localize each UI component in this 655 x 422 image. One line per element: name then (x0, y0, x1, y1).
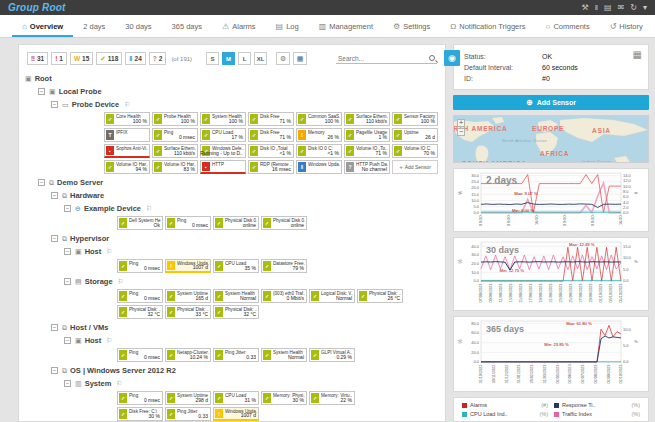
paused-count[interactable]: ‖24 (125, 52, 145, 65)
collapse-panel-button[interactable]: ◉ (444, 50, 460, 66)
sensor-tile[interactable]: ✓Datastore Free..79 % (261, 259, 307, 273)
wrench-icon[interactable]: ⚒ (582, 0, 589, 15)
graph-card-30days[interactable]: 0.010.020.030.040.00.05.010.015.0%#07/09… (453, 237, 649, 311)
expander-icon[interactable]: − (64, 337, 71, 344)
node-label[interactable]: Host (85, 247, 102, 256)
flag-icon[interactable]: ⚐ (146, 205, 152, 213)
expander-icon[interactable]: − (38, 179, 45, 186)
sensor-tile[interactable]: ▪HTTP (200, 160, 246, 174)
sensor-tile[interactable]: !Memory26 % (296, 128, 342, 142)
search-icon[interactable] (429, 55, 435, 61)
flag-icon[interactable]: ⚐ (106, 337, 112, 345)
tab-overview[interactable]: ⌂Overview (12, 15, 73, 37)
node-label[interactable]: Demo Server (57, 178, 103, 187)
flag-icon[interactable]: ⚐ (118, 278, 124, 286)
qr-code-icon[interactable]: ▦ (633, 50, 642, 60)
sensor-tile[interactable]: ✓System HealthNormal (213, 289, 259, 303)
tab-management[interactable]: ▥Management (309, 15, 383, 37)
sensor-tile[interactable]: ✓Windows Defe..Running - Up to D.. (200, 144, 246, 158)
sensor-tile[interactable]: ✓Ping0 msec (165, 216, 211, 230)
sensor-tile[interactable]: ✓Ping0 msec (117, 259, 163, 273)
sensor-tile[interactable]: ✓RDP (Remote ..16 msec (248, 160, 294, 174)
unknown-count[interactable]: ?2 (149, 52, 167, 65)
sensor-tile[interactable]: ✓CPU Load35 % (213, 259, 259, 273)
sensor-tile[interactable]: ?HTTP Push Da..No channel (344, 160, 390, 174)
sensor-tile[interactable]: ✓Disk IO 0 C:<1 % (296, 144, 342, 158)
sensor-tile[interactable]: ✓System Uptime298 d (165, 391, 211, 405)
report-icon[interactable]: ▤ (604, 0, 612, 15)
tab-2days[interactable]: 2 days (73, 15, 115, 37)
sensor-tile[interactable]: ✓Disk Free: C:\30 % (117, 407, 163, 421)
tab-365days[interactable]: 365 days (162, 15, 212, 37)
down-count[interactable]: ‼31 (27, 52, 48, 65)
sensor-tile[interactable]: ✓Ping0 msec (117, 289, 163, 303)
node-label[interactable]: Host / VMs (70, 323, 108, 332)
node-label[interactable]: Root (35, 74, 52, 83)
map-zoom-out-button[interactable]: − (457, 128, 465, 136)
sensor-tile[interactable]: ✓Disk Free71 % (248, 112, 294, 126)
expander-icon[interactable]: − (51, 235, 58, 242)
sensor-tile[interactable]: ✓CPU Load17 % (200, 128, 246, 142)
sensor-tile[interactable]: ✓Physical Disk: ..26 °C (357, 289, 403, 303)
tab-alarms[interactable]: ⚠Alarms (212, 15, 266, 37)
expander-icon[interactable]: − (51, 324, 58, 331)
sensor-tile[interactable]: ✓Ping0 msec (117, 348, 163, 362)
sensor-tile[interactable]: !Windows Upda..1007 d (165, 259, 211, 273)
node-label[interactable]: Host (85, 336, 102, 345)
flag-icon[interactable]: ⚐ (116, 380, 122, 388)
sensor-tile[interactable]: ✓Ping Jitter0.33 (165, 407, 211, 421)
tiles-view-icon[interactable]: ▦ (293, 52, 307, 65)
graph-card-2days[interactable]: 0.05.010.015.020.025.030.00.02.04.06.08.… (453, 168, 649, 232)
down-ack-count[interactable]: !1 (51, 52, 67, 65)
node-label[interactable]: Local Probe (59, 87, 102, 96)
sensor-tile[interactable]: ✓Netapp-Cluster..10.24 % (165, 348, 211, 362)
sensor-tile[interactable]: ✓Core Health100 % (104, 112, 150, 126)
tab-settings[interactable]: ⚙Settings (383, 15, 440, 37)
sensor-tile[interactable]: ✓Physical Disk: ..33 °C (165, 305, 211, 319)
sensor-tile[interactable]: ✓Disk Free71 % (248, 128, 294, 142)
search-input[interactable] (338, 55, 426, 62)
sensor-tile[interactable]: ✓System HealthNormal (261, 348, 307, 362)
node-label[interactable]: Storage (85, 277, 113, 286)
sensor-tile[interactable]: ✓Dell System He..Ok (117, 216, 163, 230)
sensor-tile[interactable]: TIPFIX (104, 128, 150, 142)
size-button-l[interactable]: L (238, 52, 251, 65)
node-label[interactable]: Hypervisor (70, 234, 109, 243)
refresh-icon[interactable]: ↻ (630, 0, 637, 15)
tab-30days[interactable]: 30 days (115, 15, 161, 37)
sensor-tile[interactable]: ✓Physical Disk 0..online (213, 216, 259, 230)
sensor-tile[interactable]: ✓Physical Disk: ..32 °C (213, 305, 259, 319)
up-count[interactable]: ✓118 (96, 52, 122, 65)
sensor-tile[interactable]: ✓Logical Disk: V..Normal (309, 289, 355, 303)
warning-count[interactable]: W15 (70, 52, 93, 65)
sensor-tile[interactable]: ✓Ping0 msec (152, 128, 198, 142)
node-label[interactable]: System (85, 379, 112, 388)
flag-icon[interactable]: ⚐ (124, 101, 130, 109)
sensor-tile[interactable]: ✓Volume IO Har..94 % (104, 160, 150, 174)
add-sensor-tile[interactable]: +Add Sensor (392, 160, 438, 174)
node-label[interactable]: Hardware (70, 191, 104, 200)
size-button-xl[interactable]: XL (254, 52, 267, 65)
sensor-tile[interactable]: ✓Sensor Factory100 % (392, 112, 438, 126)
sensor-tile[interactable]: ✓Disk IO „Total<1 % (248, 144, 294, 158)
expander-icon[interactable]: − (64, 380, 71, 387)
map-zoom-in-button[interactable]: + (457, 119, 465, 127)
expander-icon[interactable]: − (51, 192, 58, 199)
sensor-tile[interactable]: ✓Probe Health100 % (152, 112, 198, 126)
sensor-tile[interactable]: ✓Surface Ethern..110 kbit/s (344, 112, 390, 126)
sensor-tile[interactable]: ✓Volume IO C:70 % (392, 144, 438, 158)
sensor-tile[interactable]: ✓CPU Load31 % (213, 391, 259, 405)
expander-icon[interactable]: − (64, 278, 71, 285)
sensor-tile[interactable]: ✓Volume IO Har..83 % (152, 160, 198, 174)
expander-icon[interactable]: − (38, 88, 45, 95)
size-button-s[interactable]: S (206, 52, 219, 65)
node-label[interactable]: OS | Windows Server 2012 R2 (70, 366, 176, 375)
tab-history[interactable]: ↺History (600, 15, 653, 37)
sensor-tile[interactable]: ✓(003) eth0 Traf..0 Mbit/s (261, 289, 307, 303)
sensor-tile[interactable]: ▪Sophos Anti-Vi.. (104, 144, 150, 158)
sensor-tile[interactable]: ✓Common SaaS..100 % (296, 112, 342, 126)
expander-icon[interactable]: − (51, 101, 58, 108)
tab-log[interactable]: ▤Log (266, 15, 309, 37)
sensor-tile[interactable]: ✓System Uptime165 d (165, 289, 211, 303)
sensor-tile[interactable]: ✓Pagefile Usage1 % (344, 128, 390, 142)
